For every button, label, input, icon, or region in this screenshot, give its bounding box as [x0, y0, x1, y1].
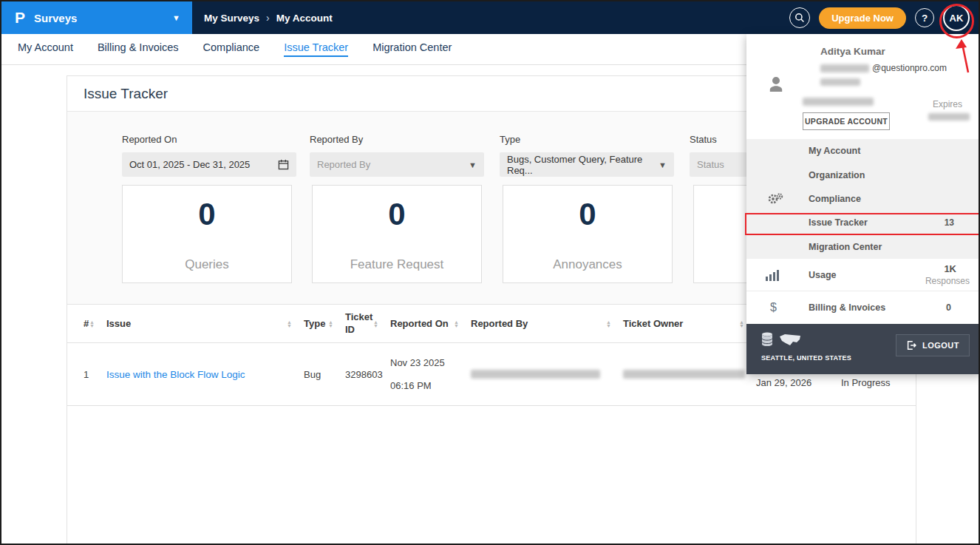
logout-button[interactable]: LOGOUT	[896, 334, 970, 356]
topbar-actions: Upgrade Now ? AK	[789, 4, 979, 31]
product-label: Surveys	[34, 12, 77, 24]
stat-value: 0	[198, 199, 215, 230]
chevron-down-icon: ▼	[659, 160, 667, 169]
questionpro-logo-icon: P	[15, 9, 25, 27]
tab-issue-tracker[interactable]: Issue Tracker	[284, 41, 348, 57]
select-placeholder: Status	[697, 159, 724, 170]
sort-icon[interactable]: ▲▼	[328, 320, 333, 328]
top-navbar: P Surveys ▼ My Surveys › My Account Upgr…	[1, 1, 979, 34]
sort-icon[interactable]: ▲▼	[606, 320, 611, 328]
filter-reported-on: Reported On Oct 01, 2025 - Dec 31, 2025	[122, 134, 296, 177]
breadcrumb-my-account[interactable]: My Account	[276, 13, 333, 24]
billing-value: 0	[946, 302, 951, 313]
app-window: P Surveys ▼ My Surveys › My Account Upgr…	[0, 0, 980, 545]
cell-ticket-owner	[623, 370, 756, 379]
logout-label: LOGOUT	[922, 341, 959, 350]
stat-value: 0	[579, 199, 596, 230]
stat-label: Feature Request	[350, 257, 444, 272]
database-icon	[761, 332, 773, 347]
filter-label: Reported On	[122, 134, 296, 145]
expires-label: Expires	[933, 99, 962, 109]
col-header-issue[interactable]: Issue▲▼	[106, 318, 304, 329]
cell-reported-by	[471, 370, 623, 379]
redacted-text	[820, 78, 860, 86]
menu-item-my-account[interactable]: My Account	[746, 139, 980, 163]
tab-migration-center[interactable]: Migration Center	[372, 41, 452, 57]
stat-label: Queries	[185, 257, 229, 272]
menu-item-issue-tracker[interactable]: Issue Tracker 13	[746, 211, 980, 234]
logout-icon	[906, 340, 916, 351]
usage-value-block: 1K Responses	[925, 263, 970, 286]
usage-value: 1K	[925, 263, 956, 274]
product-switcher[interactable]: P Surveys ▼	[1, 1, 192, 34]
help-button[interactable]: ?	[915, 8, 934, 27]
billing-row[interactable]: $ Billing & Invoices 0	[746, 291, 980, 324]
stat-value: 0	[388, 199, 405, 230]
redacted-text	[928, 113, 970, 121]
bar-chart-icon	[766, 269, 779, 281]
redacted-text	[820, 64, 869, 72]
col-header-ticket-id[interactable]: Ticket ID▲▼	[345, 311, 390, 336]
chevron-right-icon: ›	[266, 12, 270, 24]
col-header-reported-by[interactable]: Reported By▲▼	[471, 318, 623, 329]
redacted-text	[623, 370, 745, 379]
sort-icon[interactable]: ▲▼	[89, 320, 95, 328]
gears-icon	[767, 192, 783, 206]
usage-label: Usage	[809, 270, 837, 280]
col-header-reported-on[interactable]: Reported On▲▼	[390, 318, 471, 329]
sort-icon[interactable]: ▲▼	[287, 320, 292, 328]
stat-card-queries: 0 Queries	[122, 185, 292, 283]
user-icon	[767, 75, 785, 93]
date-range-input[interactable]: Oct 01, 2025 - Dec 31, 2025	[122, 152, 296, 177]
tab-my-account[interactable]: My Account	[18, 41, 73, 57]
cell-reported-on: Nov 23 2025 06:16 PM	[390, 351, 471, 397]
email-domain: @questionpro.com	[872, 63, 947, 73]
col-header-num[interactable]: #▲▼	[84, 318, 106, 329]
search-button[interactable]	[789, 7, 810, 28]
avatar[interactable]: AK	[943, 4, 970, 31]
user-name: Aditya Kumar	[820, 46, 885, 57]
cell-num: 1	[84, 369, 106, 380]
breadcrumb-my-surveys[interactable]: My Surveys	[204, 13, 259, 24]
account-menu-list: My Account Organization Compliance Issue…	[746, 139, 980, 259]
account-dropdown-panel: Aditya Kumar @questionpro.com Expires UP…	[746, 34, 980, 374]
user-email: @questionpro.com	[820, 63, 947, 73]
col-header-ticket-owner[interactable]: Ticket Owner▲▼	[623, 318, 756, 329]
issue-link[interactable]: Issue with the Block Flow Logic	[106, 369, 245, 380]
col-header-type[interactable]: Type▲▼	[304, 318, 345, 329]
breadcrumb: My Surveys › My Account	[204, 12, 333, 24]
sort-icon[interactable]: ▲▼	[739, 320, 744, 328]
redacted-text	[471, 370, 600, 379]
tab-compliance[interactable]: Compliance	[203, 41, 260, 57]
stat-label: Annoyances	[553, 257, 622, 272]
date-range-value: Oct 01, 2025 - Dec 31, 2025	[129, 159, 250, 170]
account-user-section: Aditya Kumar @questionpro.com Expires UP…	[746, 34, 980, 139]
upgrade-account-button[interactable]: UPGRADE ACCOUNT	[803, 112, 890, 130]
usa-map-icon	[779, 334, 801, 347]
sort-icon[interactable]: ▲▼	[454, 320, 459, 328]
filter-label: Type	[500, 134, 674, 145]
reported-by-select[interactable]: Reported By ▼	[310, 152, 484, 177]
calendar-icon	[278, 159, 289, 170]
account-footer: SEATTLE, UNITED STATES LOGOUT	[746, 324, 980, 374]
filter-type: Type Bugs, Customer Query, Feature Req..…	[500, 134, 674, 177]
tab-billing-invoices[interactable]: Billing & Invoices	[98, 41, 179, 57]
dollar-icon: $	[770, 301, 777, 314]
stat-card-feature-request: 0 Feature Request	[312, 185, 482, 283]
cell-ticket-id: 3298603	[345, 369, 390, 380]
select-value: Bugs, Customer Query, Feature Req...	[507, 154, 659, 176]
cell-type: Bug	[304, 369, 345, 380]
sort-icon[interactable]: ▲▼	[373, 320, 378, 328]
redacted-text	[803, 98, 874, 106]
upgrade-now-button[interactable]: Upgrade Now	[819, 7, 906, 29]
datacenter-location: SEATTLE, UNITED STATES	[761, 354, 851, 362]
menu-item-migration-center[interactable]: Migration Center	[746, 235, 980, 259]
usage-row[interactable]: Usage 1K Responses	[746, 259, 980, 291]
menu-item-organization[interactable]: Organization	[746, 163, 980, 186]
select-placeholder: Reported By	[317, 159, 370, 170]
usage-unit: Responses	[925, 276, 970, 286]
type-select[interactable]: Bugs, Customer Query, Feature Req... ▼	[500, 152, 674, 177]
menu-item-compliance[interactable]: Compliance	[746, 187, 980, 211]
filter-reported-by: Reported By Reported By ▼	[310, 134, 484, 177]
billing-label: Billing & Invoices	[809, 302, 885, 313]
